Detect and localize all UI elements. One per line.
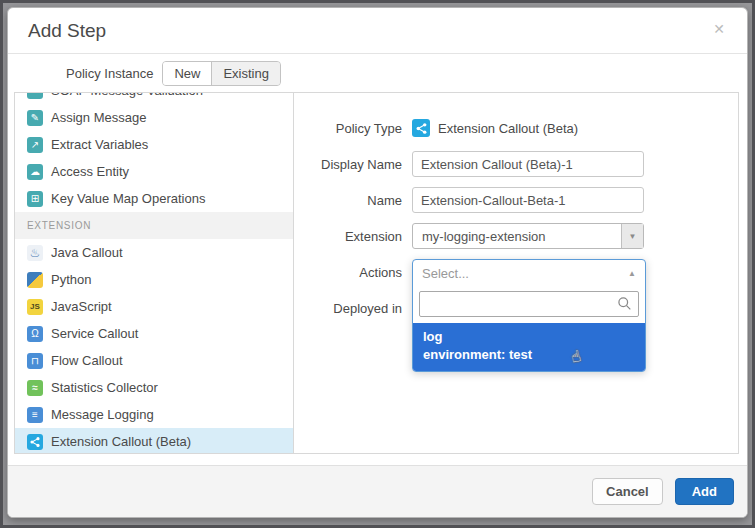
policy-item-label: Message Logging [51,407,154,422]
policy-item-key-value-map-operations[interactable]: ⊞ Key Value Map Operations [15,185,293,212]
policy-item-service-callout[interactable]: Ω Service Callout [15,320,293,347]
actions-search-wrap [413,286,645,323]
flow-callout-icon: ⊓ [27,353,43,369]
javascript-icon: JS [27,299,43,315]
policy-instance-toggle: New Existing [162,61,281,86]
actions-row: Actions Select... ▲ [294,259,738,285]
policy-item-message-logging[interactable]: ≡ Message Logging [15,401,293,428]
policy-item-java-callout[interactable]: ♨ Java Callout [15,239,293,266]
policy-item-label: Extension Callout (Beta) [51,434,191,449]
modal-body-spacer [8,454,747,465]
policy-item-label: Access Entity [51,164,129,179]
content-area: ✓ SOAP Message Validation ✎ Assign Messa… [14,92,739,454]
extension-select-value: my-logging-extension [413,229,621,244]
page-background: Add Step ✕ Policy Instance New Existing … [0,0,755,528]
deployed-in-label: Deployed in [294,301,402,316]
policy-item-javascript[interactable]: JS JavaScript [15,293,293,320]
actions-dropdown-panel: Select... ▲ [412,259,646,372]
chevron-up-icon: ▲ [628,269,636,278]
name-input[interactable] [412,187,644,213]
modal-header: Add Step ✕ [8,8,747,54]
toggle-new[interactable]: New [163,62,212,85]
add-button[interactable]: Add [675,478,734,505]
actions-label: Actions [294,265,402,280]
extension-select[interactable]: my-logging-extension ▼ [412,223,644,249]
extract-variables-icon: ↗ [27,137,43,153]
actions-search-input[interactable] [419,291,639,317]
policy-item-label: Statistics Collector [51,380,158,395]
policy-item-soap-message-validation[interactable]: ✓ SOAP Message Validation [15,92,293,104]
search-icon [617,296,632,315]
policy-instance-label: Policy Instance [66,66,153,81]
policy-item-label: SOAP Message Validation [51,92,203,98]
key-value-map-icon: ⊞ [27,191,43,207]
extension-row: Extension my-logging-extension ▼ [294,223,738,249]
policy-item-flow-callout[interactable]: ⊓ Flow Callout [15,347,293,374]
policy-item-label: Assign Message [51,110,146,125]
close-icon[interactable]: ✕ [713,21,725,37]
chevron-down-icon: ▼ [621,224,643,248]
policy-item-label: Python [51,272,91,287]
policy-item-extract-variables[interactable]: ↗ Extract Variables [15,131,293,158]
soap-validation-icon: ✓ [27,92,43,99]
display-name-input[interactable] [412,151,644,177]
message-logging-icon: ≡ [27,407,43,423]
access-entity-icon: ☁ [27,164,43,180]
policy-item-extension-callout-beta[interactable]: Extension Callout (Beta) [15,428,293,453]
service-callout-icon: Ω [27,326,43,342]
actions-select[interactable]: Select... ▲ [413,260,645,286]
policy-instance-row: Policy Instance New Existing [8,54,747,92]
policy-item-label: Flow Callout [51,353,123,368]
toggle-existing[interactable]: Existing [212,62,280,85]
policy-item-label: JavaScript [51,299,112,314]
display-name-label: Display Name [294,157,402,172]
policy-item-statistics-collector[interactable]: ≈ Statistics Collector [15,374,293,401]
name-label: Name [294,193,402,208]
policy-list: ✓ SOAP Message Validation ✎ Assign Messa… [15,92,294,453]
policy-item-label: Key Value Map Operations [51,191,205,206]
java-callout-icon: ♨ [27,245,43,261]
modal-title: Add Step [8,8,747,53]
cancel-button[interactable]: Cancel [592,478,663,505]
policy-item-python[interactable]: Python [15,266,293,293]
extension-callout-icon [412,119,430,137]
option-action-name: log [423,328,635,346]
actions-select-placeholder: Select... [422,266,469,281]
add-step-modal: Add Step ✕ Policy Instance New Existing … [7,7,748,518]
python-icon [27,272,43,288]
statistics-collector-icon: ≈ [27,380,43,396]
policy-type-text: Extension Callout (Beta) [438,121,578,136]
policy-type-label: Policy Type [294,121,402,136]
policy-type-value: Extension Callout (Beta) [412,119,578,137]
assign-message-icon: ✎ [27,110,43,126]
policy-item-label: Extract Variables [51,137,148,152]
display-name-row: Display Name [294,151,738,177]
policy-type-row: Policy Type Extension Callout (Beta) [294,115,738,141]
extension-section-header: EXTENSION [15,212,293,239]
policy-form: Policy Type Extension Callout (Beta) [294,93,738,453]
actions-option-log[interactable]: log environment: test ☝ [413,323,645,371]
policy-item-label: Java Callout [51,245,123,260]
policy-item-access-entity[interactable]: ☁ Access Entity [15,158,293,185]
extension-label: Extension [294,229,402,244]
actions-select-cell: Select... ▲ [412,259,646,285]
name-row: Name [294,187,738,213]
policy-item-label: Service Callout [51,326,138,341]
policy-item-assign-message[interactable]: ✎ Assign Message [15,104,293,131]
extension-callout-icon [27,434,43,450]
option-environment: environment: test [423,346,635,364]
modal-footer: Cancel Add [8,465,747,517]
